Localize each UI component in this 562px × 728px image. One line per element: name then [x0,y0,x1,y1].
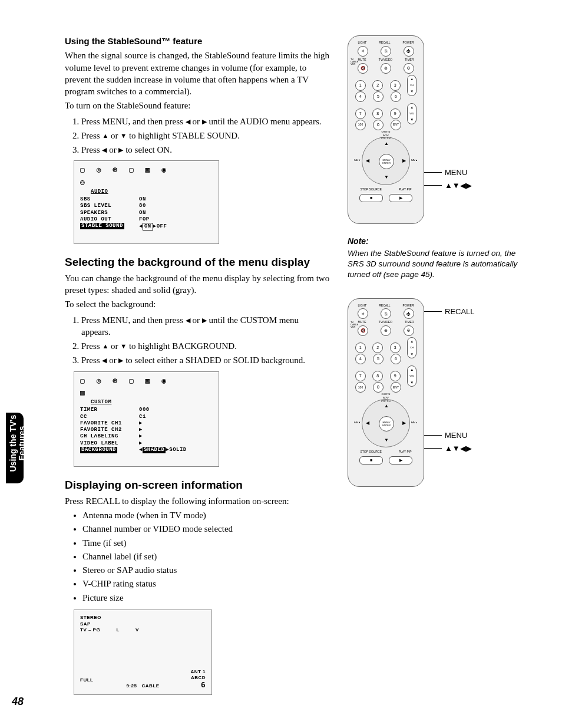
num-4: 4 [355,91,366,102]
bullet-time: Time (if set) [82,537,330,549]
power-button: ⏻ [404,46,414,57]
bg-step1: Press MENU, and then press ◀ or ▶ until … [81,314,330,338]
timer-button: ⏲ [404,63,414,74]
osd-highlight-stable: STABLE SOUND [80,223,124,229]
callout-line-arrows2 [424,448,442,449]
steps-stablesound: Press MENU, and then press ◀ or ▶ until … [81,116,330,156]
para-bg-desc: You can change the background of the men… [65,272,330,297]
stop-button: ■ [359,194,383,202]
menu-enter-button: MENU/ ENTER [379,416,394,431]
light-button: ☀ [358,46,368,57]
num-1: 1 [355,342,366,353]
callout-menu2: MENU [445,430,467,441]
up-arrow-icon: ▲ [102,342,108,351]
bullet-ant: Antenna mode (when in TV mode) [82,509,330,521]
num-100: 100 [355,120,366,130]
osd-highlight-bg: BACKGROUND [80,447,117,453]
osd-custom-icon: ▩ [80,388,213,398]
callout-recall: RECALL [445,307,475,317]
callout-line-menu [424,172,442,173]
num-5: 5 [373,91,384,102]
mute-button: 🔇 [358,325,368,336]
callout-line-arrows [424,185,442,186]
osd3-tl: STEREO SAP TV – PG L V [80,615,206,634]
step1: Press MENU, and then press ◀ or ▶ until … [81,116,330,127]
para-stablesound-toturn: To turn on the StableSound feature: [65,100,330,111]
side-tab: Using the TV's Features [6,413,24,483]
bullet-audio: Stereo or SAP audio status [82,564,330,576]
num-3: 3 [390,80,401,91]
dpad-down-icon: ▼ [384,174,389,181]
osd-audio-icon: ◎ [80,178,213,187]
dpad-left-icon: ◀ [366,158,369,164]
osd-audio-menu: ▢ ◎ ⊕ ▢ ▩ ◉ ◎ AUDIO SBSON SBS LEVEL80 SP… [74,160,219,244]
note-body: When the StableSound feature is turned o… [348,248,524,281]
num-100: 100 [355,382,366,393]
dpad: ADV/ POP CH ▲ ▼ ◀ ▶ MENU/ ENTER FAV▼ FAV… [362,399,410,447]
callout-arrows2: ▲▼◀▶ [445,443,472,454]
stop-button: ■ [359,456,383,465]
heading-background: Selecting the background of the menu dis… [65,255,330,270]
callout-menu: MENU [445,167,467,178]
step3: Press ◀ or ▶ to select ON. [81,144,330,156]
remote-diagram-1: LIGHTRECALLPOWER ☀ ⎘ ⏻ TVCABLEVCR MUTETV… [348,35,424,224]
tvvideo-button: ⊕ [381,325,391,336]
num-1: 1 [355,80,366,91]
side-column: LIGHTRECALLPOWER ☀ ⎘ ⏻ TVCABLEVCR MUTETV… [348,35,524,499]
heading-onscreen: Displaying on-screen information [65,477,330,493]
para-stablesound-desc: When the signal source is changed, the S… [65,50,330,97]
power-button: ⏻ [404,308,414,319]
down-arrow-icon: ▼ [120,131,127,140]
remote-wrap-2: LIGHTRECALLPOWER ☀ ⎘ ⏻ TVCABLEVCR MUTETV… [348,298,524,487]
bullet-picsize: Picture size [82,592,330,604]
mode-switch: TVCABLEVCR [351,58,358,65]
bullet-label: Channel label (if set) [82,551,330,562]
para-bg-toselect: To select the background: [65,298,330,310]
left-arrow-icon: ◀ [186,316,190,325]
play-button: ▶ [389,194,412,202]
callout-line-recall [424,311,442,312]
osd-custom-title: CUSTOM [91,399,213,406]
dpad-right-icon: ▶ [402,420,406,427]
dpad-left-icon: ◀ [366,420,369,427]
down-arrow-icon: ▼ [120,342,127,351]
callout-line-menu2 [424,435,442,436]
up-arrow-icon: ▲ [102,131,108,140]
osd3-bc: 9:25 CABLE [74,683,211,690]
num-2: 2 [372,342,383,353]
bg-step3: Press ◀ or ▶ to select either a SHADED o… [81,354,330,366]
play-button: ▶ [389,456,412,465]
note-heading: Note: [348,236,524,247]
bullet-vchip: V-CHIP rating status [82,578,330,589]
menu-enter-button: MENU/ ENTER [379,154,394,169]
osd-audio-title: AUDIO [91,189,213,195]
mute-button: 🔇 [358,63,368,74]
para-recall-desc: Press RECALL to display the following in… [65,495,330,507]
num-7: 7 [355,108,366,119]
num-9: 9 [390,108,401,119]
tvvideo-button: ⊕ [381,63,391,74]
tab-line2: Features [17,426,27,460]
step2: Press ▲ or ▼ to highlight STABLE SOUND. [81,130,330,141]
page-number: 48 [12,694,24,709]
dpad-right-icon: ▶ [402,158,406,164]
ent-button: ENT [391,382,401,393]
num-0: 0 [373,382,384,393]
onscreen-bullets: Antenna mode (when in TV mode) Channel n… [82,509,330,604]
steps-background: Press MENU, and then press ◀ or ▶ until … [81,314,330,367]
num-2: 2 [372,80,383,91]
callout-arrows: ▲▼◀▶ [445,180,472,191]
num-3: 3 [390,342,401,353]
heading-stablesound: Using the StableSound™ feature [65,35,330,47]
recall-button: ⎘ [381,46,391,57]
remote-wrap-1: LIGHTRECALLPOWER ☀ ⎘ ⏻ TVCABLEVCR MUTETV… [348,35,524,224]
num-4: 4 [355,354,366,364]
light-button: ☀ [358,308,368,319]
num-8: 8 [372,371,383,381]
num-6: 6 [391,91,401,102]
right-arrow-icon: ▶ [202,117,207,126]
bg-step2: Press ▲ or ▼ to highlight BACKGROUND. [81,340,330,352]
recall-button: ⎘ [381,308,391,319]
remote-diagram-2: LIGHTRECALLPOWER ☀ ⎘ ⏻ TVCABLEVCR MUTETV… [348,298,424,487]
tab-line1: Using the TV's [8,415,18,472]
